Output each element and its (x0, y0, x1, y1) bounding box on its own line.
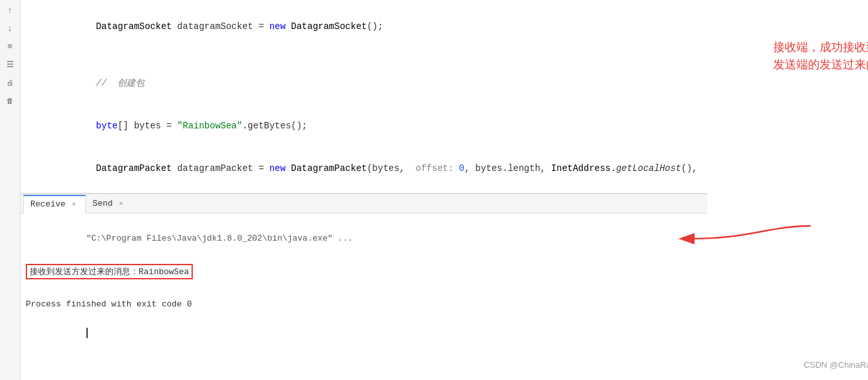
delete-icon[interactable]: 🗑 (3, 93, 18, 108)
code-line-blank2 (31, 190, 697, 194)
terminal-blank (26, 283, 702, 297)
align-left-icon[interactable]: ≡ (3, 39, 18, 54)
terminal-cmd-line: "C:\Program Files\Java\jdk1.8.0_202\bin\… (26, 217, 702, 260)
tab-receive-close[interactable]: × (70, 200, 79, 209)
terminal-receive-message: 接收到发送方发过来的消息：RainbowSea (26, 264, 193, 279)
tabs-bar: Receive × Send × (21, 194, 707, 214)
down-arrow-icon[interactable]: ↓ (3, 21, 18, 36)
terminal-receive-wrapper: 接收到发送方发过来的消息：RainbowSea (26, 263, 702, 281)
list-icon[interactable]: ☰ (3, 57, 18, 72)
main-content: DatagramSocket datagramSocket = new Data… (21, 0, 868, 380)
code-line-blank1 (31, 48, 697, 62)
left-panel: DatagramSocket datagramSocket = new Data… (21, 0, 707, 380)
annotation-line1: 接收端，成功接收到了 (773, 39, 868, 56)
watermark: CSDN @ChinaRainbowSea (804, 360, 868, 370)
up-arrow-icon[interactable]: ↑ (3, 3, 18, 18)
tab-receive[interactable]: Receive × (23, 195, 86, 214)
tab-send-close[interactable]: × (117, 199, 126, 208)
tab-receive-label: Receive (30, 199, 66, 209)
arrow-svg (656, 213, 824, 252)
code-line-comment1: // 创建包 (31, 62, 697, 105)
code-editor: DatagramSocket datagramSocket = new Data… (21, 0, 707, 194)
tab-send[interactable]: Send × (86, 194, 133, 213)
terminal-area: Receive × Send × "C:\Program Files\Java\… (21, 194, 707, 380)
code-line-1: DatagramSocket datagramSocket = new Data… (31, 5, 697, 48)
content-row: DatagramSocket datagramSocket = new Data… (21, 0, 868, 380)
print-icon[interactable]: 🖨 (3, 75, 18, 90)
tab-send-label: Send (93, 199, 113, 208)
terminal-content: "C:\Program Files\Java\jdk1.8.0_202\bin\… (21, 214, 707, 380)
process-line: Process finished with exit code 0 (26, 297, 702, 312)
annotation-line2: 发送端的发送过来的信息 (773, 56, 868, 74)
sidebar: ↑ ↓ ≡ ☰ 🖨 🗑 (0, 0, 21, 380)
code-line-4: DatagramPacket datagramPacket = new Data… (31, 147, 697, 190)
code-line-3: byte[] bytes = "RainbowSea".getBytes(); (31, 105, 697, 147)
cursor (86, 328, 88, 338)
annotation-text: 接收端，成功接收到了 发送端的发送过来的信息 (773, 39, 868, 74)
annotation-panel: 接收端，成功接收到了 发送端的发送过来的信息 CSDN @ChinaRainbo… (707, 0, 868, 380)
cursor-line (26, 312, 702, 354)
